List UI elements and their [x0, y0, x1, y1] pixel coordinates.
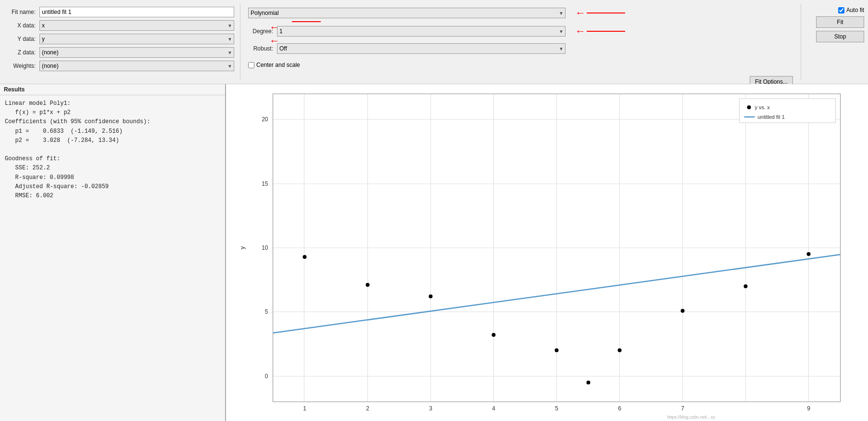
legend-dot-label: y vs. x	[755, 104, 770, 110]
data-point-3	[429, 294, 433, 298]
degree-select-wrapper: 1 2 3 ▼	[277, 26, 566, 37]
legend-box	[740, 99, 836, 123]
weights-label: Weights:	[6, 63, 39, 69]
auto-fit-checkbox[interactable]	[838, 7, 844, 13]
degree-label: Degree:	[248, 28, 277, 35]
x-data-label: X data:	[6, 22, 39, 29]
x-data-select[interactable]: x	[39, 20, 234, 31]
chart-svg: 1 2 3 4 5 6 7 9 0 5 10 15 20 y y vs. x	[226, 84, 868, 421]
degree-row: Degree: 1 2 3 ▼ ←	[248, 25, 793, 38]
svg-rect-0	[235, 84, 860, 421]
z-data-select-wrapper: (none) ▼	[39, 47, 234, 58]
z-data-row: Z data: (none) ▼	[6, 47, 234, 58]
y-tick-20: 20	[262, 116, 268, 123]
fit-type-select[interactable]: Polynomial	[248, 8, 566, 18]
degree-red-arrow: ←	[575, 25, 586, 38]
chart-container: 1 2 3 4 5 6 7 9 0 5 10 15 20 y y vs. x	[226, 84, 868, 421]
results-header: Results	[0, 84, 225, 95]
data-point-6	[618, 348, 622, 352]
y-data-select-wrapper: y ▼	[39, 34, 234, 44]
stop-button[interactable]: Stop	[816, 31, 864, 42]
x-data-row: X data: x ▼ ←	[6, 20, 234, 31]
right-controls: Auto fit Fit Stop	[801, 4, 868, 80]
degree-arrow-line	[587, 31, 625, 32]
fit-type-select-wrapper: Polynomial ▼	[248, 8, 566, 18]
x-data-arrow-line	[292, 21, 321, 22]
results-panel: Results Linear model Poly1: f(x) = p1*x …	[0, 84, 226, 421]
fit-name-input[interactable]	[39, 7, 234, 17]
legend-dot	[747, 105, 751, 109]
z-data-label: Z data:	[6, 49, 39, 56]
y-tick-5: 5	[265, 308, 268, 315]
left-form: Fit name: X data: x ▼ ← Y data: y ▼	[0, 4, 240, 80]
y-tick-10: 10	[262, 244, 268, 251]
degree-select[interactable]: 1 2 3	[277, 26, 566, 37]
x-tick-1: 1	[303, 405, 306, 412]
data-point-4	[492, 333, 496, 337]
middle-form: Polynomial ▼ ← Degree: 1 2 3 ▼ ← Robust	[240, 4, 801, 80]
fit-type-row: Polynomial ▼ ←	[248, 7, 793, 19]
legend-line-label: untitled fit 1	[758, 114, 785, 120]
x-tick-2: 2	[366, 405, 369, 412]
data-point-10	[587, 381, 591, 384]
robust-row: Robust: Off LAR Bisquare ▼	[248, 43, 793, 54]
x-tick-3: 3	[429, 405, 432, 412]
auto-fit-row: Auto fit	[838, 7, 864, 13]
top-panel: Fit name: X data: x ▼ ← Y data: y ▼	[0, 0, 868, 84]
chart-area: 1 2 3 4 5 6 7 9 0 5 10 15 20 y y vs. x	[226, 84, 868, 421]
watermark: https://blog.csdn.net/...xy	[667, 415, 716, 420]
y-data-label: Y data:	[6, 36, 39, 42]
robust-select-wrapper: Off LAR Bisquare ▼	[277, 43, 566, 54]
data-point-2	[366, 283, 370, 287]
y-data-select[interactable]: y	[39, 34, 234, 44]
fit-name-label: Fit name:	[6, 9, 39, 15]
y-tick-0: 0	[265, 373, 268, 380]
data-point-8	[744, 284, 748, 288]
fit-name-row: Fit name:	[6, 7, 234, 17]
y-data-row: Y data: y ▼ ←	[6, 34, 234, 44]
center-scale-row: Center and scale	[248, 62, 793, 68]
y-axis-label: y	[239, 246, 246, 249]
data-point-7	[681, 309, 685, 313]
center-scale-label: Center and scale	[256, 62, 300, 68]
fit-button[interactable]: Fit	[816, 16, 864, 28]
fit-type-red-arrow: ←	[575, 7, 586, 19]
center-scale-checkbox[interactable]	[248, 62, 254, 68]
weights-select-wrapper: (none) ▼	[39, 61, 234, 71]
robust-label: Robust:	[248, 45, 277, 52]
x-tick-9: 9	[807, 405, 810, 412]
data-point-1	[303, 255, 307, 259]
x-tick-7: 7	[681, 405, 684, 412]
weights-select[interactable]: (none)	[39, 61, 234, 71]
data-point-5	[555, 348, 559, 352]
x-tick-4: 4	[492, 405, 495, 412]
z-data-select[interactable]: (none)	[39, 47, 234, 58]
x-tick-5: 5	[555, 405, 558, 412]
weights-row: Weights: (none) ▼	[6, 61, 234, 71]
x-data-select-wrapper: x ▼	[39, 20, 234, 31]
data-point-9	[807, 252, 811, 256]
fit-type-arrow-line	[587, 13, 625, 13]
results-content: Linear model Poly1: f(x) = p1*x + p2 Coe…	[0, 95, 225, 204]
auto-fit-label: Auto fit	[846, 7, 864, 13]
robust-select[interactable]: Off LAR Bisquare	[277, 43, 566, 54]
bottom-section: Results Linear model Poly1: f(x) = p1*x …	[0, 84, 868, 421]
x-tick-6: 6	[618, 405, 621, 412]
y-tick-15: 15	[262, 180, 268, 187]
